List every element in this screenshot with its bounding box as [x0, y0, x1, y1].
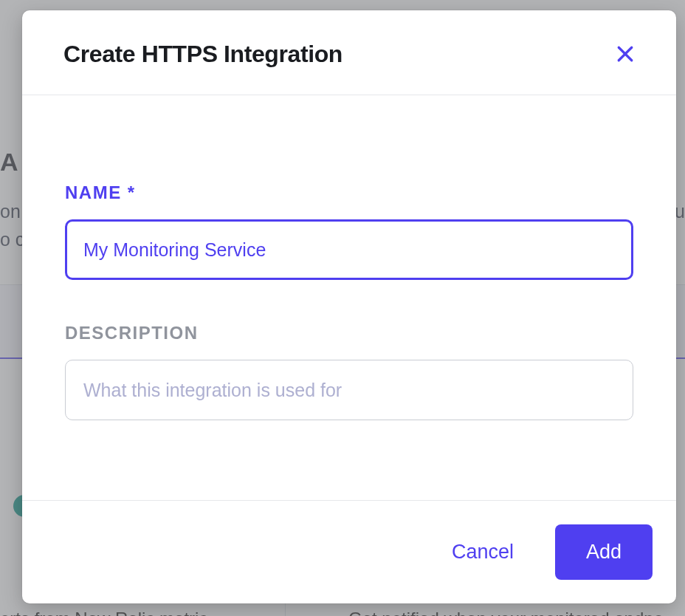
close-button[interactable]	[610, 38, 641, 69]
description-field: DESCRIPTION	[65, 323, 633, 420]
description-label: DESCRIPTION	[65, 323, 633, 343]
modal-body: NAME * DESCRIPTION	[22, 95, 676, 500]
cancel-button[interactable]: Cancel	[443, 533, 523, 571]
description-input[interactable]	[65, 360, 633, 420]
modal-footer: Cancel Add	[22, 500, 676, 603]
name-label: NAME *	[65, 182, 633, 203]
name-field: NAME *	[65, 182, 633, 280]
modal-title: Create HTTPS Integration	[63, 41, 342, 68]
close-icon	[614, 43, 636, 65]
create-https-integration-modal: Create HTTPS Integration NAME * DESCRIPT…	[22, 10, 676, 603]
name-input[interactable]	[65, 219, 633, 280]
modal-header: Create HTTPS Integration	[22, 10, 676, 95]
add-button[interactable]: Add	[555, 524, 653, 580]
